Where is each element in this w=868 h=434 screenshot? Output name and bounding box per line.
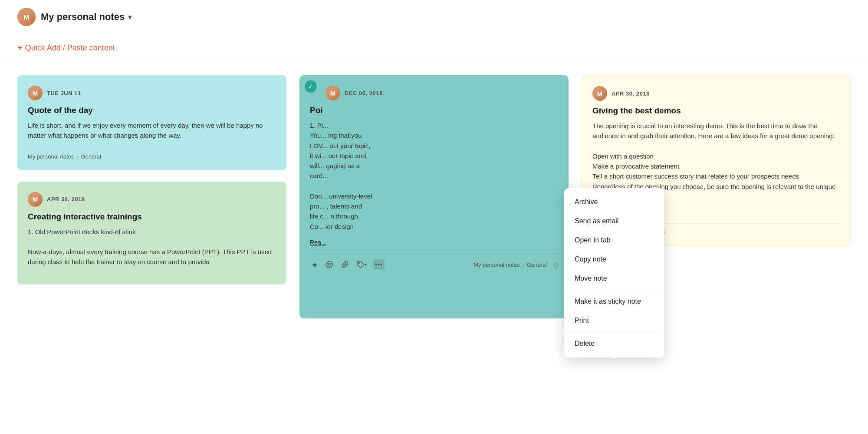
avatar: M — [28, 86, 43, 100]
svg-point-1 — [328, 264, 329, 265]
paperclip-icon — [341, 261, 349, 268]
context-menu-overlay: Archive Send as email Open in tab Copy n… — [564, 188, 664, 358]
plus-icon: + — [17, 43, 23, 53]
card-poi-body: 1. Pi... You... ing that you LOV... out … — [310, 120, 558, 232]
context-menu-archive[interactable]: Archive — [564, 192, 664, 212]
palette-button[interactable] — [324, 259, 335, 270]
card-quote-body: Life is short, and if we enjoy every mom… — [28, 120, 276, 141]
header: M My personal notes ▾ — [0, 0, 868, 34]
section-label: General — [527, 262, 547, 268]
breadcrumb: My personal notes › General — [28, 153, 101, 160]
breadcrumb-arrow: › — [522, 262, 524, 268]
svg-point-0 — [326, 262, 333, 268]
card-quote-footer: My personal notes › General — [28, 148, 276, 160]
avatar: M — [326, 86, 340, 100]
context-menu-move-note[interactable]: Move note — [564, 269, 664, 288]
menu-divider — [564, 290, 664, 290]
more-options-button[interactable]: ••• — [373, 259, 385, 270]
svg-point-2 — [330, 264, 331, 265]
avatar: M — [592, 86, 607, 101]
svg-point-4 — [358, 262, 359, 263]
read-more-button[interactable]: Rea... — [310, 239, 326, 246]
card-poi-footer: ★ ▾ ••• My personal notes › — [310, 253, 558, 271]
card-training-date: APR 30, 2018 — [47, 196, 85, 202]
selected-check-badge: ✓ — [305, 80, 317, 93]
quick-add-bar: + Quick Add / Paste content — [0, 34, 868, 62]
avatar: M — [28, 192, 43, 207]
palette-icon — [326, 261, 333, 268]
context-menu-print[interactable]: Print — [564, 311, 664, 330]
card-demo-title: Giving the best demos — [592, 106, 840, 116]
attach-button[interactable] — [339, 259, 351, 270]
breadcrumb-arrow: › — [76, 153, 78, 160]
card-tools: ★ ▾ ••• — [310, 259, 385, 271]
card-quote[interactable]: M TUE JUN 11 Quote of the day Life is sh… — [17, 75, 286, 170]
card-demo-date: APR 30, 2018 — [612, 90, 650, 97]
cards-column-1: M TUE JUN 11 Quote of the day Life is sh… — [17, 75, 286, 285]
menu-divider-2 — [564, 332, 664, 332]
notebook-label: My personal notes — [28, 153, 74, 160]
card-training-header: M APR 30, 2018 — [28, 192, 276, 207]
header-avatar: M — [17, 8, 36, 26]
card-quote-date: TUE JUN 11 — [47, 90, 81, 96]
context-menu-copy-note[interactable]: Copy note — [564, 250, 664, 269]
card-poi[interactable]: ✓ M DEC 06, 2018 Poi 1. Pi... You... ing… — [299, 75, 569, 318]
tag-icon — [357, 261, 365, 268]
card-poi-date: DEC 06, 2018 — [345, 90, 383, 96]
context-menu-delete[interactable]: Delete — [564, 334, 664, 353]
card-poi-header: M DEC 06, 2018 — [326, 86, 558, 100]
tag-indicator-icon: ◇ — [553, 261, 558, 269]
card-training-title: Creating interactive trainings — [28, 212, 276, 222]
section-label: General — [81, 153, 101, 160]
card-training-body: 1. Old PowerPoint decks kind-of stink No… — [28, 227, 276, 267]
notebook-title: My personal notes — [41, 11, 125, 23]
card-demo-header: M APR 30, 2018 — [592, 86, 840, 101]
quick-add-label: Quick Add / Paste content — [25, 43, 115, 53]
context-menu: Archive Send as email Open in tab Copy n… — [564, 188, 664, 358]
card-quote-header: M TUE JUN 11 — [28, 86, 276, 100]
context-menu-open-tab[interactable]: Open in tab — [564, 231, 664, 250]
quick-add-button[interactable]: + Quick Add / Paste content — [17, 43, 115, 53]
tag-dropdown-button[interactable]: ▾ — [355, 259, 369, 270]
header-title-container: My personal notes ▾ — [41, 11, 132, 23]
tag-chevron: ▾ — [365, 262, 367, 268]
svg-point-3 — [329, 265, 330, 266]
context-menu-send-email[interactable]: Send as email — [564, 212, 664, 231]
card-quote-title: Quote of the day — [28, 106, 276, 115]
cards-area: M TUE JUN 11 Quote of the day Life is sh… — [0, 62, 868, 331]
context-menu-sticky-note[interactable]: Make it as sticky note — [564, 292, 664, 311]
cards-column-2: ✓ M DEC 06, 2018 Poi 1. Pi... You... ing… — [299, 75, 569, 318]
card-training[interactable]: M APR 30, 2018 Creating interactive trai… — [17, 182, 286, 285]
notebook-label: My personal notes — [473, 262, 519, 268]
card-poi-title: Poi — [310, 106, 558, 115]
star-button[interactable]: ★ — [310, 259, 319, 271]
breadcrumb: My personal notes › General ◇ — [473, 261, 558, 269]
chevron-down-icon[interactable]: ▾ — [128, 13, 132, 21]
